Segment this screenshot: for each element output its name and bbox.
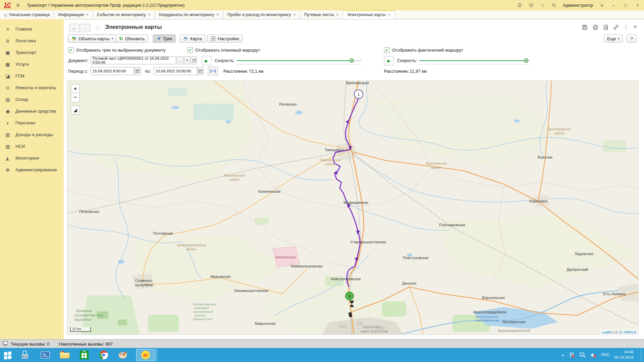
svg-text:Авиаполигон: Авиаполигон — [275, 255, 296, 259]
play-plan-button[interactable]: ▶ — [202, 56, 211, 65]
get-link-icon[interactable] — [612, 24, 619, 31]
show-desktop-button[interactable] — [641, 348, 644, 362]
tray-expand-icon[interactable]: ▲ — [561, 353, 564, 357]
tray-language[interactable]: РУС — [601, 353, 609, 357]
sidebar-item-logistics[interactable]: ⊘Логистика — [0, 35, 64, 47]
chrome-icon[interactable] — [98, 350, 109, 360]
map-canvas[interactable]: 1 3 Брюховецкая Роговская Тимашевск Тима… — [67, 80, 639, 335]
favorites-star-icon[interactable]: ☆ — [540, 3, 545, 8]
favorite-star-icon[interactable]: ☆ — [95, 24, 100, 31]
vendor-link[interactable]: 1C-RARUS — [619, 330, 637, 334]
sidebar-item-personnel[interactable]: ◗Персонал — [0, 117, 64, 129]
refresh-button[interactable]: ↻ Обновить — [116, 35, 148, 43]
close-icon[interactable]: × — [217, 12, 219, 17]
document-input[interactable]: Путевой лист ЦБРО0000001 от 16.09.2022 0… — [91, 56, 176, 64]
tab-electronic-maps[interactable]: Электронные карты× — [343, 10, 395, 19]
powershell-icon[interactable] — [40, 350, 51, 360]
close-icon[interactable]: × — [388, 12, 390, 17]
speed-fact-slider-thumb[interactable] — [524, 58, 528, 63]
main-menu-icon[interactable]: ≡ — [16, 2, 19, 8]
tab-waybills[interactable]: Путевые листы× — [300, 10, 343, 19]
close-form-icon[interactable]: × — [632, 23, 639, 30]
period-from-calendar-button[interactable] — [134, 67, 141, 75]
zoom-in-button[interactable]: + — [71, 84, 80, 93]
sidebar-item-repairs[interactable]: ⊙Ремонты и агрегаты — [0, 82, 64, 94]
open-icon — [192, 59, 196, 62]
show-track-checkbox[interactable]: ✓ Отображать трек по выбранному документ… — [68, 47, 166, 53]
track-end-marker[interactable]: 3 — [345, 292, 354, 300]
1c-enterprise-taskbar-button[interactable]: 1С — [136, 349, 155, 361]
history-clock-icon[interactable] — [529, 3, 534, 8]
document-select-button[interactable]: ... — [177, 56, 183, 64]
minimize-button[interactable]: – — [610, 3, 616, 8]
tray-flag-icon[interactable] — [569, 352, 575, 358]
show-fact-route-checkbox[interactable]: ✓ Отображать фактический маршрут — [384, 47, 463, 53]
paint-icon[interactable] — [117, 350, 129, 360]
tab-information[interactable]: Информация× — [54, 10, 93, 19]
tab-mileage-consumption[interactable]: Пробег и расход по мониторингу× — [223, 10, 300, 19]
sidebar-item-transport[interactable]: ▣Транспорт — [0, 47, 64, 58]
close-icon[interactable]: × — [86, 12, 89, 17]
tab-home[interactable]: ⌂ Начальная страница — [0, 10, 54, 19]
more-button[interactable]: Еще▾ — [604, 35, 623, 43]
speed-plan-slider[interactable] — [237, 60, 362, 61]
tab-monitoring-coordinates[interactable]: Координаты по мониторингу× — [155, 10, 223, 19]
close-icon[interactable]: × — [148, 12, 151, 17]
zoom-out-button[interactable]: − — [71, 93, 80, 102]
settings-button[interactable]: Настройки — [207, 35, 243, 43]
sidebar-item-services[interactable]: ▦Услуги — [0, 58, 64, 70]
monitoring-icon: ◭ — [5, 156, 11, 161]
measure-tool-button[interactable]: ◢ — [71, 106, 80, 115]
user-menu-icon[interactable]: ≡ — [599, 3, 604, 8]
kebab-menu-icon[interactable]: ⋮ — [623, 23, 629, 30]
leaflet-link[interactable]: Leaflet — [602, 330, 612, 334]
tray-clock[interactable]: 14:46 04.10.2022 — [614, 350, 634, 360]
sidebar-item-income-expenses[interactable]: ▥Доходы и расходы — [0, 129, 64, 140]
notifications-bell-icon[interactable] — [517, 3, 523, 8]
document-clear-button[interactable]: × — [184, 56, 190, 64]
sidebar-item-nsi[interactable]: ▧НСИ — [0, 140, 64, 152]
tray-volume-icon[interactable] — [590, 352, 596, 358]
store-icon[interactable] — [78, 350, 90, 360]
maximize-button[interactable]: □ — [623, 3, 629, 8]
print-icon[interactable] — [592, 24, 599, 31]
map-button[interactable]: Карта — [180, 35, 205, 43]
period-to-calendar-button[interactable] — [197, 67, 204, 75]
tab-monitoring-events[interactable]: События по мониторингу× — [93, 10, 155, 19]
sidebar-item-main[interactable]: ≡Главное — [0, 23, 64, 35]
search-icon[interactable] — [551, 3, 557, 8]
sidebar-item-fuel[interactable]: ◪ГСМ — [0, 70, 64, 82]
online-monitoring-button[interactable] — [208, 67, 218, 75]
preview-icon[interactable] — [602, 24, 609, 31]
speed-plan-slider-thumb[interactable] — [350, 58, 354, 63]
play-fact-button[interactable]: ▶ — [384, 56, 394, 65]
period-from-input[interactable]: 15.09.2022 8:00:00 — [91, 67, 134, 75]
tray-network-icon[interactable] — [580, 352, 586, 358]
current-user[interactable]: Администратор — [563, 3, 593, 8]
calendar-icon — [199, 69, 203, 73]
start-button[interactable] — [2, 350, 13, 360]
sidebar-item-warehouse[interactable]: ▤Склад — [0, 94, 64, 105]
sidebar-item-administration[interactable]: ⊕Администрирование — [0, 164, 64, 176]
sidebar-item-monitoring[interactable]: ◭Мониторинг — [0, 152, 64, 164]
calls-monitor-icon[interactable] — [2, 341, 8, 348]
document-open-button[interactable] — [191, 56, 197, 64]
nav-forward-button[interactable]: → — [79, 24, 90, 32]
track-start-marker[interactable]: 1 — [354, 90, 363, 99]
sidebar-item-money[interactable]: ◉Денежные средства — [0, 105, 64, 117]
period-to-input[interactable]: 15.09.2022 20:00:00 — [154, 67, 197, 75]
close-icon[interactable]: × — [293, 12, 296, 17]
server-manager-icon[interactable] — [19, 350, 31, 360]
file-explorer-icon[interactable] — [59, 350, 70, 360]
speed-fact-slider[interactable] — [419, 60, 530, 61]
close-window-button[interactable]: × — [635, 3, 641, 8]
map-objects-button[interactable]: Объекты карты▾ — [68, 35, 116, 43]
show-plan-route-checkbox[interactable]: ✓ Отображать плановый маршрут — [187, 47, 260, 53]
save-icon[interactable] — [581, 24, 588, 31]
svg-text:Ивановская: Ивановская — [210, 275, 230, 279]
help-button[interactable]: ? — [627, 35, 637, 43]
close-icon[interactable]: × — [336, 12, 339, 17]
svg-text:Полтавская: Полтавская — [153, 231, 173, 235]
nav-back-button[interactable]: ← — [69, 24, 80, 32]
track-button[interactable]: Трек — [153, 35, 175, 43]
